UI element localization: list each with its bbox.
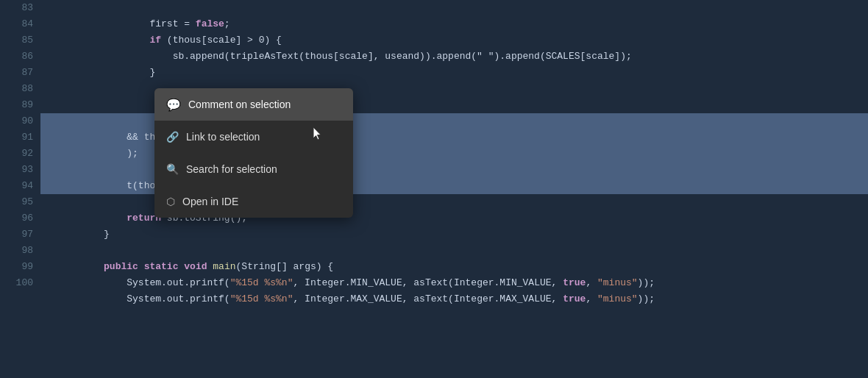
line-num-99: 99	[0, 259, 33, 275]
line-num-88: 88	[0, 81, 33, 97]
line-num-85: 85	[0, 32, 33, 49]
line-num-94: 94	[0, 178, 33, 194]
code-line-97	[40, 227, 868, 243]
code-editor: 83 84 85 86 87 88 89 90 91 92 93 94 95 9…	[0, 0, 868, 378]
line-num-98: 98	[0, 243, 33, 259]
line-num-90: 90	[0, 113, 33, 129]
ide-icon: ⬡	[166, 196, 175, 207]
code-line-87	[40, 65, 868, 81]
line-num-91: 91	[0, 129, 33, 146]
code-area: first = false; if (thous[scale] > 0) { s…	[40, 0, 868, 378]
line-num-83: 83	[0, 0, 33, 16]
line-num-100: 100	[0, 275, 33, 291]
search-icon: 🔍	[166, 163, 179, 175]
menu-item-link-label: Link to selection	[186, 131, 260, 143]
line-num-89: 89	[0, 97, 33, 113]
line-num-97: 97	[0, 227, 33, 243]
line-num-96: 96	[0, 210, 33, 227]
line-num-87: 87	[0, 65, 33, 81]
line-num-93: 93	[0, 162, 33, 178]
code-line-83: first = false;	[40, 0, 868, 16]
menu-item-link[interactable]: 🔗 Link to selection	[154, 121, 353, 153]
line-num-86: 86	[0, 49, 33, 65]
menu-item-comment-label: Comment on selection	[188, 99, 291, 110]
menu-item-openide[interactable]: ⬡ Open in IDE	[154, 185, 353, 218]
menu-item-comment[interactable]: 💬 Comment on selection	[154, 88, 353, 121]
context-menu: 💬 Comment on selection 🔗 Link to selecti…	[154, 88, 353, 218]
line-num-84: 84	[0, 16, 33, 32]
comment-icon: 💬	[166, 98, 181, 112]
line-num-92: 92	[0, 146, 33, 162]
menu-item-openide-label: Open in IDE	[182, 196, 238, 207]
line-numbers: 83 84 85 86 87 88 89 90 91 92 93 94 95 9…	[0, 0, 40, 378]
menu-item-search[interactable]: 🔍 Search for selection	[154, 153, 353, 185]
mouse-cursor	[313, 126, 323, 141]
code-line-98: public static void main(String[] args) {	[40, 243, 868, 259]
menu-item-search-label: Search for selection	[186, 163, 277, 175]
line-num-95: 95	[0, 194, 33, 210]
link-icon: 🔗	[166, 131, 179, 143]
